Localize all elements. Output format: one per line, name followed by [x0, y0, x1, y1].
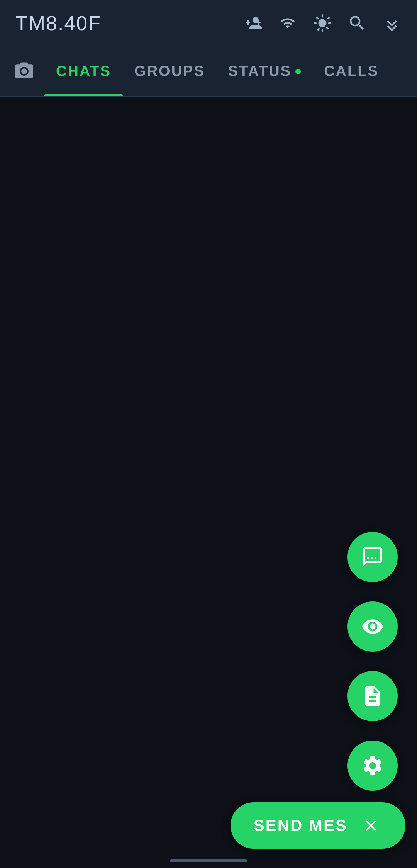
nav-tabs: CHATS GROUPS STATUS CALLS — [44, 46, 405, 96]
send-message-label: SEND MES — [254, 816, 348, 835]
bottom-nav-indicator — [170, 859, 247, 862]
brightness-icon — [313, 14, 332, 33]
send-message-button[interactable]: SEND MES — [231, 802, 405, 849]
eye-fab-button[interactable] — [348, 601, 398, 652]
tab-groups[interactable]: GROUPS — [123, 46, 217, 96]
settings-fab-button[interactable] — [348, 741, 398, 791]
send-message-close-icon[interactable] — [359, 814, 382, 837]
status-bar: TM8.40F — [0, 0, 417, 46]
broadcast-fab-button[interactable] — [348, 532, 398, 582]
tab-calls[interactable]: CALLS — [312, 46, 390, 96]
fab-container — [348, 532, 398, 791]
status-notification-dot — [295, 69, 301, 74]
tab-status[interactable]: STATUS — [217, 46, 312, 96]
document-fab-button[interactable] — [348, 671, 398, 721]
send-message-container: SEND MES — [231, 802, 405, 849]
main-content: SEND MES — [0, 97, 417, 868]
more-options-icon[interactable] — [382, 14, 402, 33]
nav-bar: CHATS GROUPS STATUS CALLS — [0, 46, 417, 97]
camera-icon[interactable] — [12, 61, 37, 82]
tab-chats[interactable]: CHATS — [44, 46, 123, 96]
status-bar-icons — [244, 14, 402, 33]
person-add-icon — [244, 14, 263, 32]
status-time: TM8.40F — [15, 12, 101, 35]
wifi-icon — [278, 15, 297, 31]
status-bar-left: TM8.40F — [15, 12, 101, 35]
search-icon[interactable] — [348, 14, 367, 33]
